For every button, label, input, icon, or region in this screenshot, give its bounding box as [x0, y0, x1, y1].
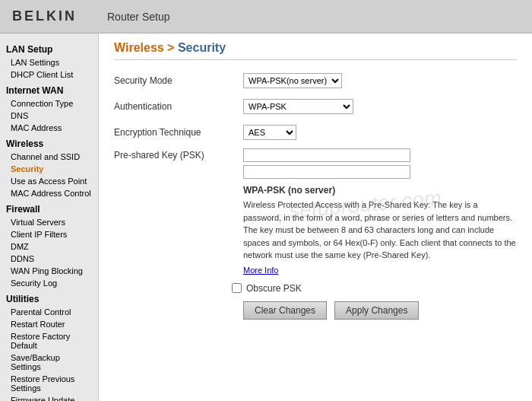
sidebar-item-lan-settings[interactable]: LAN Settings: [0, 56, 98, 68]
authentication-label: Authentication: [114, 101, 243, 112]
obscure-psk-row: Obscure PSK: [232, 283, 517, 294]
sidebar-section-title: Wireless: [0, 134, 98, 151]
sidebar-section-title: LAN Setup: [0, 40, 98, 56]
header: BELKIN Router Setup: [0, 0, 532, 33]
breadcrumb-wireless: Wireless: [114, 41, 164, 54]
breadcrumb-security: Security: [178, 41, 226, 54]
sidebar-item-dhcp-client-list[interactable]: DHCP Client List: [0, 68, 98, 81]
info-box: setuprouter.com WPA-PSK (no server) Wire…: [243, 185, 517, 275]
sidebar-item-restore-factory-default[interactable]: Restore Factory Default: [0, 330, 98, 352]
page-breadcrumb: Wireless > Security: [114, 41, 517, 60]
sidebar-section-title: Internet WAN: [0, 81, 98, 97]
sidebar-item-channel-and-ssid[interactable]: Channel and SSID: [0, 151, 98, 163]
brand-logo: BELKIN: [12, 8, 77, 24]
watermark-area: [243, 148, 410, 162]
obscure-psk-label: Obscure PSK: [246, 283, 302, 294]
sidebar-item-use-as-access-point[interactable]: Use as Access Point: [0, 175, 98, 187]
info-title: WPA-PSK (no server): [243, 185, 517, 196]
security-mode-select[interactable]: WPA-PSK(no server) Disabled WEP WPA(no s…: [243, 73, 342, 88]
breadcrumb-separator: >: [164, 41, 178, 54]
authentication-control: WPA-PSK WPA2-PSK WPA-PSK + WPA2-PSK: [243, 99, 353, 114]
sidebar-section-title: Utilities: [0, 289, 98, 306]
sidebar-item-dns[interactable]: DNS: [0, 110, 98, 122]
sidebar-section-title: Firewall: [0, 199, 98, 216]
obscure-psk-checkbox[interactable]: [232, 283, 242, 293]
apply-changes-button[interactable]: Apply Changes: [334, 301, 419, 320]
security-mode-row: Security Mode WPA-PSK(no server) Disable…: [114, 71, 517, 91]
encryption-label: Encryption Technique: [114, 127, 243, 138]
sidebar-item-restart-router[interactable]: Restart Router: [0, 318, 98, 330]
sidebar-item-dmz[interactable]: DMZ: [0, 240, 98, 253]
security-mode-control: WPA-PSK(no server) Disabled WEP WPA(no s…: [243, 73, 342, 88]
psk-inputs: [243, 148, 410, 179]
psk-input-2[interactable]: [243, 165, 410, 179]
sidebar-item-client-ip-filters[interactable]: Client IP Filters: [0, 228, 98, 240]
security-form: Security Mode WPA-PSK(no server) Disable…: [114, 71, 517, 320]
more-info-link[interactable]: More Info: [243, 266, 278, 275]
sidebar-item-save/backup-settings[interactable]: Save/Backup Settings: [0, 352, 98, 373]
encryption-row: Encryption Technique AES TKIP: [114, 123, 517, 142]
sidebar-item-mac-address-control[interactable]: MAC Address Control: [0, 187, 98, 199]
sidebar-item-firmware-update[interactable]: Firmware Update: [0, 394, 98, 401]
encryption-select[interactable]: AES TKIP: [243, 125, 296, 140]
sidebar-item-wan-ping-blocking[interactable]: WAN Ping Blocking: [0, 265, 98, 277]
authentication-row: Authentication WPA-PSK WPA2-PSK WPA-PSK …: [114, 97, 517, 116]
header-title: Router Setup: [107, 11, 170, 23]
sidebar-item-ddns[interactable]: DDNS: [0, 253, 98, 265]
encryption-control: AES TKIP: [243, 125, 296, 140]
main-content: Wireless > Security Security Mode WPA-PS…: [99, 33, 532, 401]
sidebar: LAN SetupLAN SettingsDHCP Client ListInt…: [0, 33, 99, 401]
sidebar-item-restore-previous-settings[interactable]: Restore Previous Settings: [0, 373, 98, 394]
psk-input-1[interactable]: [243, 148, 410, 162]
clear-changes-button[interactable]: Clear Changes: [243, 301, 327, 320]
psk-label: Pre-shared Key (PSK): [114, 148, 243, 161]
psk-row: Pre-shared Key (PSK): [114, 148, 517, 179]
authentication-select[interactable]: WPA-PSK WPA2-PSK WPA-PSK + WPA2-PSK: [243, 99, 353, 114]
security-mode-label: Security Mode: [114, 75, 243, 86]
sidebar-item-connection-type[interactable]: Connection Type: [0, 97, 98, 110]
sidebar-item-parental-control[interactable]: Parental Control: [0, 306, 98, 318]
button-row: Clear Changes Apply Changes: [243, 301, 517, 320]
sidebar-item-security[interactable]: Security: [0, 163, 98, 175]
sidebar-item-virtual-servers[interactable]: Virtual Servers: [0, 216, 98, 228]
sidebar-item-security-log[interactable]: Security Log: [0, 277, 98, 289]
info-text: Wireless Protected Access with a Pre-Sha…: [243, 199, 517, 262]
sidebar-item-mac-address[interactable]: MAC Address: [0, 122, 98, 134]
